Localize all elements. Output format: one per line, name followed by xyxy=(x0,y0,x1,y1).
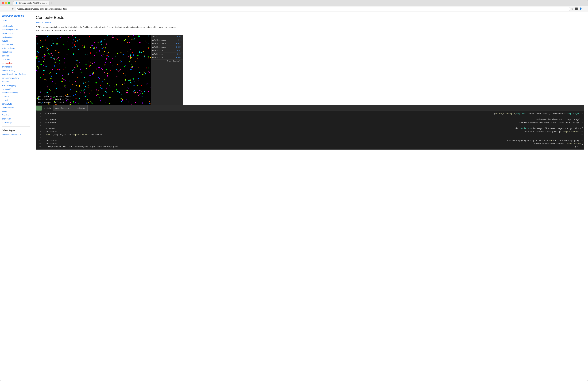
control-value: 0.1 xyxy=(175,39,182,41)
control-row-rule1distance: rule1Distance0.1 xyxy=(151,38,183,42)
line-content xyxy=(43,136,583,139)
sidebar-item-instancedcube[interactable]: instancedCube xyxy=(2,46,30,50)
control-value: 0.05 xyxy=(175,53,182,55)
sidebar-item-cornell[interactable]: cornell xyxy=(2,99,30,102)
control-label: rule3Scale xyxy=(152,57,174,59)
control-label: rule2Distance xyxy=(152,43,174,45)
back-button[interactable]: ← xyxy=(2,7,5,11)
sidebar-other-item[interactable]: Workload Simulator ↗ xyxy=(2,133,30,136)
other-pages-title: Other Pages xyxy=(2,129,30,132)
control-value: 0.025 xyxy=(175,43,182,45)
close-controls-button[interactable]: Close Controls xyxy=(151,60,183,63)
sidebar-item-reversedz[interactable]: reversedZ xyxy=(2,87,30,91)
control-label: rule1Scale xyxy=(152,50,174,52)
control-value: 0.005 xyxy=(175,57,182,59)
sidebar-github-link[interactable]: Github xyxy=(2,19,8,22)
control-row-deltat: deltaT0.04 xyxy=(151,35,183,38)
address-bar[interactable] xyxy=(16,7,570,11)
tab-title: Compute Boids - WebGPU S... xyxy=(19,2,45,4)
sidebar-item-animometer[interactable]: animometer xyxy=(2,65,30,69)
sidebar-title[interactable]: WebGPU Samples xyxy=(2,14,30,17)
new-tab-button[interactable]: + xyxy=(50,1,53,5)
sidebar-item-cameras[interactable]: cameras xyxy=(2,54,30,58)
line-number: 10 xyxy=(37,139,41,142)
code-tabs: main.tsupdateSprites.wgslsprite.wgsl xyxy=(36,105,584,111)
sidebar-item-normalmap[interactable]: normalMap xyxy=(2,121,30,124)
reload-button[interactable]: ⟳ xyxy=(12,7,15,11)
tab-favicon: 🔷 xyxy=(15,2,17,4)
sidebar-item-hellotrianglemsaa[interactable]: helloTriangleMSAA xyxy=(2,28,30,32)
sidebar-item-worker[interactable]: worker xyxy=(2,110,30,113)
forward-button[interactable]: → xyxy=(7,7,10,11)
sidebar-item-computeboids[interactable]: computeBoids xyxy=(2,61,30,65)
code-line: 6"kw">const init: SampleInit = "kw">asyn… xyxy=(36,127,584,130)
sidebar-nav: helloTrianglehelloTriangleMSAAresizeCanv… xyxy=(2,24,30,124)
sidebar-item-rotatingcube[interactable]: rotatingCube xyxy=(2,36,30,39)
code-line: 4"kw">import updateSpritesWGSL "kw">from… xyxy=(36,121,584,124)
bookmark-icon[interactable]: ☆ xyxy=(571,7,573,10)
sidebar-item-samplerparameters[interactable]: samplerParameters xyxy=(2,76,30,80)
line-content: "kw">import xyxy=(43,121,520,124)
sidebar-item-a-buffer[interactable]: A-buffer xyxy=(2,113,30,117)
sidebar-item-shadowmapping[interactable]: shadowMapping xyxy=(2,84,30,87)
line-content xyxy=(43,124,583,127)
minimize-button[interactable] xyxy=(5,2,7,4)
line-content: "kw">const xyxy=(43,139,507,142)
control-row-rule2scale: rule2Scale0.05 xyxy=(151,52,183,56)
control-label: rule1Distance xyxy=(152,39,174,41)
page-title: Compute Boids xyxy=(36,15,584,20)
line-number: 1 xyxy=(37,112,41,115)
line-number: 2 xyxy=(37,115,41,118)
sidebar-item-hellotriangle[interactable]: helloTriangle xyxy=(2,24,30,28)
code-tab-spritewgsl[interactable]: sprite.wgsl xyxy=(74,105,87,111)
extensions-icon[interactable]: ⬛ xyxy=(575,7,578,10)
line-number: 5 xyxy=(37,124,41,127)
control-row-rule1scale: rule1Scale0.02 xyxy=(151,49,183,52)
code-tab-maints[interactable]: main.ts xyxy=(42,105,53,111)
stats-overlay: avg compute pass duration: 886µs avg ren… xyxy=(38,95,72,104)
sidebar-item-videouploadingwebcodecs[interactable]: videoUploadingWebCodecs xyxy=(2,72,30,76)
control-row-rule3scale: rule3Scale0.005 xyxy=(151,56,183,60)
nav-right-icons: ☆ ⬛ 👤 ⋮ xyxy=(571,7,586,10)
particle-canvas[interactable] xyxy=(36,35,151,105)
traffic-lights xyxy=(2,2,10,4)
code-tab-updateSpriteswgsl[interactable]: updateSprites.wgsl xyxy=(53,105,74,111)
sidebar-item-imageblur[interactable]: imageBlur xyxy=(2,80,30,84)
code-line: 10 "kw">const hasTimestampQuery = adapte… xyxy=(36,139,584,142)
code-section: main.tsupdateSprites.wgslsprite.wgsl 1"k… xyxy=(36,105,584,150)
line-number: 12 xyxy=(37,145,41,148)
menu-icon[interactable]: ⋮ xyxy=(584,7,586,10)
line-number: 8 xyxy=(37,133,41,136)
maximize-button[interactable] xyxy=(8,2,10,4)
code-line: 11 "kw">const device = "kw">await adapte… xyxy=(36,142,584,145)
sidebar-item-resizecanvas[interactable]: resizeCanvas xyxy=(2,32,30,35)
line-number: 11 xyxy=(37,142,41,145)
line-content: "kw">import xyxy=(43,112,494,115)
sidebar-item-particles[interactable]: particles xyxy=(2,95,30,99)
sidebar-item-fractalcube[interactable]: fractalCube xyxy=(2,50,30,54)
nav-bar: ← → ⟳ ☆ ⬛ 👤 ⋮ xyxy=(0,6,588,12)
browser-window: 🔷 Compute Boids - WebGPU S... ✕ + ← → ⟳ … xyxy=(0,0,588,381)
control-row-rule2distance: rule2Distance0.025 xyxy=(151,42,183,45)
sidebar-item-videouploading[interactable]: videoUploading xyxy=(2,69,30,72)
main-content: Compute Boids See it on Github! A GPU co… xyxy=(32,12,588,381)
line-number: 6 xyxy=(37,127,41,130)
sidebar-item-cubemap[interactable]: cubemap xyxy=(2,58,30,61)
sidebar-item-twocubes[interactable]: twoCubes xyxy=(2,39,30,43)
run-button[interactable] xyxy=(36,106,42,111)
code-lines: 1"kw">import { assert, makeSample, Sampl… xyxy=(36,112,584,148)
line-content xyxy=(43,115,583,118)
profile-icon[interactable]: 👤 xyxy=(579,7,582,10)
tab-close-icon[interactable]: ✕ xyxy=(46,2,47,4)
sidebar-item-gameoflife[interactable]: gameOfLife xyxy=(2,102,30,106)
sidebar-item-renderbundles[interactable]: renderBundles xyxy=(2,106,30,110)
code-line: 1"kw">import { assert, makeSample, Sampl… xyxy=(36,112,584,115)
github-link[interactable]: See it on Github! xyxy=(36,21,584,24)
sidebar-item-texturedcube[interactable]: texturedCube xyxy=(2,43,30,46)
active-tab[interactable]: 🔷 Compute Boids - WebGPU S... ✕ xyxy=(13,1,49,5)
sidebar-item-bitonicsort[interactable]: bitonicSort xyxy=(2,117,30,121)
description: A GPU compute particle simulation that m… xyxy=(36,26,180,32)
title-bar: 🔷 Compute Boids - WebGPU S... ✕ + xyxy=(0,0,588,6)
sidebar-item-deferredrendering[interactable]: deferredRendering xyxy=(2,91,30,95)
close-button[interactable] xyxy=(2,2,4,4)
